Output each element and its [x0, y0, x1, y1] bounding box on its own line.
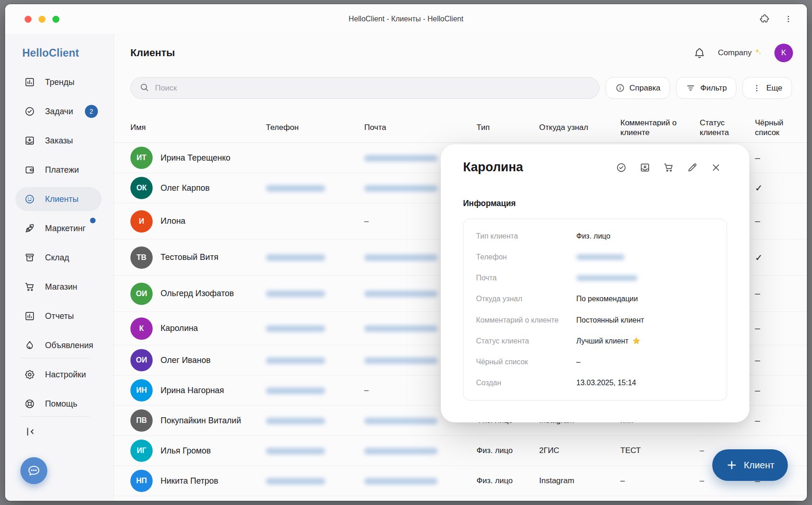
- traffic-lights: [25, 4, 59, 34]
- avatar: К: [130, 317, 153, 340]
- avatar: ПВ: [130, 409, 153, 432]
- sidebar-item-warehouse[interactable]: Склад: [15, 246, 102, 270]
- sidebar-item-reports[interactable]: Отчеты: [15, 304, 102, 328]
- phone-cell: [266, 416, 364, 425]
- field-label: Почта: [476, 274, 576, 282]
- phone-cell: [266, 476, 364, 486]
- filter-icon: [686, 83, 696, 93]
- blurred-value: [576, 275, 638, 281]
- wallet-icon: [24, 164, 35, 175]
- client-name: Олег Иванов: [161, 356, 211, 365]
- user-avatar[interactable]: K: [774, 44, 793, 62]
- company-menu[interactable]: Company: [718, 47, 762, 58]
- table-row-10[interactable]: НП Никита Петров Физ. лицо Instagram – –…: [114, 466, 807, 496]
- drawer-action-close[interactable]: [710, 162, 722, 173]
- field-value: [576, 254, 628, 260]
- support-chat-button[interactable]: [20, 457, 47, 484]
- collapse-sidebar-icon[interactable]: [24, 432, 37, 440]
- blurred-email: [364, 357, 438, 364]
- page-title: Клиенты: [130, 47, 175, 59]
- client-name: Ирина Терещенко: [161, 153, 231, 163]
- sidebar-item-orders[interactable]: Заказы: [15, 129, 102, 153]
- drawer-action-edit[interactable]: [687, 162, 698, 173]
- sidebar-item-marketing[interactable]: Маркетинг: [15, 216, 102, 240]
- avatar: ОК: [130, 177, 153, 199]
- drawer-action-cart[interactable]: [663, 162, 674, 173]
- sidebar-item-help[interactable]: Помощь: [15, 392, 102, 416]
- field-label: Комментарий о клиенте: [476, 316, 576, 324]
- client-name: Ирина Нагорная: [161, 386, 224, 395]
- kebab-icon: [752, 84, 761, 93]
- sidebar-item-ads[interactable]: Объявления: [15, 333, 102, 357]
- add-client-button[interactable]: Клиент: [712, 449, 788, 481]
- avatar: ОИ: [130, 283, 153, 305]
- email-cell: [364, 476, 477, 486]
- search-bar: [130, 77, 599, 99]
- sparkles-icon: [754, 47, 762, 58]
- field-value: 13.03.2025, 15:14: [576, 379, 636, 387]
- close-window-button[interactable]: [25, 16, 32, 23]
- sidebar-item-clients[interactable]: Клиенты: [15, 187, 102, 211]
- field-value: Лучший клиент: [576, 337, 641, 345]
- sidebar-nav: Тренды Задачи 2: [5, 68, 114, 419]
- star-icon: [632, 337, 641, 345]
- pencil-icon: [687, 162, 698, 173]
- field-value: Физ. лицо: [576, 232, 610, 240]
- toolbar-button-help[interactable]: Справка: [606, 77, 670, 99]
- gear-icon: [24, 369, 35, 380]
- blurred-phone: [266, 185, 325, 192]
- blacklist-cell: ✓: [755, 252, 798, 263]
- toolbar-button-more[interactable]: Еще: [742, 77, 792, 99]
- minimize-window-button[interactable]: [39, 16, 45, 23]
- avatar: И: [130, 210, 153, 233]
- phone-cell: [266, 253, 364, 262]
- notifications-bell-icon[interactable]: [693, 47, 706, 59]
- titlebar: HelloClient - Клиенты - HelloClient: [5, 4, 807, 34]
- field-value: По рекомендации: [576, 295, 638, 303]
- source-cell: 2ГИС: [539, 446, 620, 455]
- extensions-icon[interactable]: [760, 14, 770, 24]
- field-value: Постоянный клиент: [576, 316, 644, 324]
- search-input[interactable]: [155, 84, 591, 93]
- field-label: Чёрный список: [476, 358, 576, 366]
- blurred-phone: [266, 418, 325, 424]
- chart-bar-icon: [24, 311, 35, 322]
- phone-cell: [266, 289, 364, 298]
- type-cell: Физ. лицо: [477, 446, 539, 455]
- sidebar-item-settings[interactable]: Настройки: [15, 363, 102, 387]
- toolbar-button-filter[interactable]: Фильтр: [676, 77, 736, 99]
- close-icon: [710, 162, 722, 173]
- zoom-window-button[interactable]: [52, 16, 59, 23]
- info-row-0: Тип клиента Физ. лицо: [464, 226, 727, 246]
- drawer-action-complete[interactable]: [616, 162, 627, 173]
- client-name: Илона: [161, 216, 186, 226]
- blurred-email: [364, 418, 438, 424]
- info-row-1: Телефон: [464, 246, 727, 267]
- blurred-email: [364, 155, 438, 162]
- app-logo: HelloClient: [22, 47, 114, 59]
- field-label: Статус клиента: [476, 337, 576, 345]
- check-circle-icon: [616, 162, 627, 173]
- sidebar-item-trends[interactable]: Тренды: [15, 70, 102, 94]
- info-row-4: Комментарий о клиенте Постоянный клиент: [464, 310, 727, 330]
- phone-cell: [266, 356, 364, 365]
- source-cell: Instagram: [539, 476, 620, 486]
- avatar: НП: [130, 470, 153, 492]
- table-row-9[interactable]: ИГ Илья Громов Физ. лицо 2ГИС ТЕСТ – –: [114, 436, 807, 466]
- sidebar-item-tasks[interactable]: Задачи 2: [15, 99, 102, 123]
- sidebar-item-shop[interactable]: Магазин: [15, 275, 102, 299]
- client-name: Тестовый Витя: [161, 252, 219, 262]
- sidebar-item-payments[interactable]: Платежи: [15, 158, 102, 182]
- client-name: Олег Карпов: [161, 183, 210, 193]
- blacklist-cell: –: [755, 153, 798, 163]
- kebab-menu-icon[interactable]: [784, 14, 793, 24]
- blurred-phone: [266, 254, 325, 261]
- blurred-phone: [266, 357, 325, 364]
- blacklist-cell: –: [755, 288, 798, 299]
- blurred-email: [364, 291, 438, 297]
- phone-cell: [266, 324, 364, 333]
- col-blacklist: Чёрный список: [755, 118, 798, 138]
- avatar: ТВ: [130, 246, 153, 269]
- blacklist-cell: –: [755, 355, 798, 366]
- drawer-action-archive[interactable]: [639, 162, 651, 173]
